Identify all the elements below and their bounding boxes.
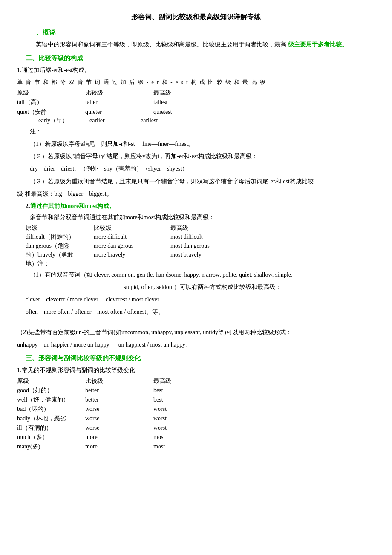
table-row: much（多） more most bbox=[17, 434, 375, 441]
sup-badly: worst bbox=[153, 415, 222, 422]
sup-tall: tallest bbox=[153, 99, 222, 106]
table-row: early（早） earlier earliest bbox=[38, 117, 375, 124]
table-row-note: 地）注： bbox=[26, 260, 375, 268]
table-row: tall（高） taller tallest bbox=[17, 98, 375, 106]
table-headers-1: 原级 比较级 最高级 bbox=[17, 89, 375, 97]
col-header-comp: 比较级 bbox=[85, 89, 153, 97]
section1-intro: 英语中的形容词和副词有三个等级，即原级、比较级和高最级。比较级主要用于两者比较，… bbox=[30, 39, 375, 50]
orig-badly: badly（坏地，恶劣 bbox=[17, 415, 85, 422]
table-row: many(多) more most bbox=[17, 443, 375, 451]
comp-many: more bbox=[85, 443, 153, 450]
section1: 一、概说 英语中的形容词和副词有三个等级，即原级、比较级和高最级。比较级主要用于… bbox=[17, 29, 375, 50]
part2-example3: unhappy—un happier / more un happy — un … bbox=[17, 339, 375, 350]
sup-ill: worst bbox=[153, 425, 222, 431]
comp-difficult: more difficult bbox=[94, 234, 170, 240]
orig-difficult: difficult（困难的） bbox=[26, 233, 94, 241]
table-row: dan gerous（危险 more dan gerous most dan g… bbox=[26, 242, 375, 250]
col-header-sup2: 最高级 bbox=[170, 224, 247, 232]
orig-good: good（好的） bbox=[17, 387, 85, 394]
section2-part1-desc: 单 音 节 和 部 分 双 音 节 词 通 过 加 后 缀 - e r 和 - … bbox=[17, 77, 375, 87]
orig-quiet: quiet（安静 bbox=[17, 108, 85, 116]
table-row: difficult（困难的） more difficult most diffi… bbox=[26, 233, 375, 241]
comp-badly: worse bbox=[85, 415, 153, 422]
page-title: 形容词、副词比较级和最高级知识详解专练 bbox=[17, 13, 375, 22]
table-row: 的）bravely（勇敢 more bravely most bravely bbox=[26, 251, 375, 259]
section2-heading: 二、比较等级的构成 bbox=[26, 54, 375, 62]
comp-ill: worse bbox=[85, 425, 153, 431]
sup-bad: worst bbox=[153, 406, 222, 413]
table-row: bad（坏的） worse worst bbox=[17, 405, 375, 413]
orig-much: much（多） bbox=[17, 434, 85, 441]
sup-early: earliest bbox=[141, 117, 192, 124]
comp-bad: worse bbox=[85, 406, 153, 413]
section3-heading: 三、形容词与副词比较等级的不规则变化 bbox=[26, 354, 375, 362]
sup-many: most bbox=[153, 443, 222, 450]
note-1: （1）若原级以字母e结尾，则只加-r和-st： fine—finer—fines… bbox=[30, 139, 375, 149]
note-2: （２）若原级以"辅音字母+y"结尾，则应将y改为i，再加-er和-est构成比较… bbox=[30, 151, 375, 162]
note-3: （３）若原级为重读闭音节结尾，且末尾只有一个辅音字母，则双写这个辅音字母后加词尾… bbox=[30, 176, 375, 187]
part2-note2: （2)某些带有否定前缀un-的三音节词(如uncommon, unhappy, … bbox=[17, 327, 375, 338]
orig-tall: tall（高） bbox=[17, 98, 85, 106]
comp-good: better bbox=[85, 387, 153, 394]
orig-ill: ill（有病的） bbox=[17, 424, 85, 432]
col-header-orig: 原级 bbox=[17, 89, 85, 97]
orig-bravely: 的）bravely（勇敢 bbox=[26, 251, 94, 259]
orig-early: early（早） bbox=[38, 117, 89, 124]
col-header-orig2: 原级 bbox=[26, 224, 94, 232]
table-headers-2: 原级 比较级 最高级 bbox=[26, 224, 375, 232]
part2-note1b: stupid, often, seldom）可以有两种方式构成比较级和最高级： bbox=[30, 282, 375, 292]
comp-dangerous: more dan gerous bbox=[94, 243, 170, 249]
part2-example2: often—more often / oftener—most often / … bbox=[26, 306, 375, 317]
sup-difficult: most difficult bbox=[170, 234, 247, 240]
comp-much: more bbox=[85, 434, 153, 441]
section2: 二、比较等级的构成 1.通过加后缀-er和-est构成。 单 音 节 和 部 分… bbox=[17, 54, 375, 350]
note-3-cont: 级 和最高级：big—bigger—biggest。 bbox=[17, 188, 375, 199]
orig-note: 地）注： bbox=[26, 260, 94, 268]
section2-part2-label: 2.通过在其前加more和most构成。 bbox=[26, 202, 375, 210]
orig-bad: bad（坏的） bbox=[17, 405, 85, 413]
sup-dangerous: most dan gerous bbox=[170, 243, 247, 249]
comp-tall: taller bbox=[85, 99, 153, 106]
orig-dangerous: dan gerous（危险 bbox=[26, 242, 94, 250]
section3-label: 1.常见的不规则形容词与副词的比较等级变化 bbox=[17, 365, 375, 376]
col-header-sup: 最高级 bbox=[153, 89, 222, 97]
table-row: ill（有病的） worse worst bbox=[17, 424, 375, 432]
comp-quiet: quieter bbox=[85, 109, 153, 116]
table-headers-3: 原级 比较级 最高级 bbox=[17, 377, 375, 385]
sup-well: best bbox=[153, 396, 222, 403]
orig-well: well（好，健康的） bbox=[17, 396, 85, 404]
col-header-sup3: 最高级 bbox=[153, 377, 222, 385]
sup-good: best bbox=[153, 387, 222, 394]
sup-quiet: quietest bbox=[153, 109, 222, 116]
col-header-comp2: 比较级 bbox=[94, 224, 170, 232]
table-row: badly（坏地，恶劣 worse worst bbox=[17, 415, 375, 422]
col-header-orig3: 原级 bbox=[17, 377, 85, 385]
comp-early: earlier bbox=[89, 117, 141, 124]
table-row: well（好，健康的） better best bbox=[17, 396, 375, 404]
section2-part2-desc: 多音节和部分双音节词通过在其前加more和most构成比较级和最高级： bbox=[30, 212, 375, 223]
note-2-example: dry—drier—driest。（例外：shy（害羞的）→shyer—shye… bbox=[30, 163, 375, 174]
part2-example1: clever—cleverer / more clever —cleverest… bbox=[26, 294, 375, 305]
orig-many: many(多) bbox=[17, 443, 85, 451]
col-header-comp3: 比较级 bbox=[85, 377, 153, 385]
comp-well: better bbox=[85, 396, 153, 403]
part2-note1: （1）有的双音节词（如 clever, comm on, gen tle, ha… bbox=[30, 269, 375, 280]
sup-much: most bbox=[153, 434, 222, 441]
table-row: good（好的） better best bbox=[17, 387, 375, 394]
section1-heading: 一、概说 bbox=[30, 29, 375, 37]
table-row: quiet（安静 quieter quietest bbox=[17, 107, 375, 116]
section2-part1-label: 1.通过加后缀-er和-est构成。 bbox=[17, 65, 375, 75]
comp-bravely: more bravely bbox=[94, 251, 170, 258]
sup-bravely: most bravely bbox=[170, 251, 247, 258]
note-intro: 注： bbox=[30, 126, 375, 137]
section3: 三、形容词与副词比较等级的不规则变化 1.常见的不规则形容词与副词的比较等级变化… bbox=[17, 354, 375, 451]
